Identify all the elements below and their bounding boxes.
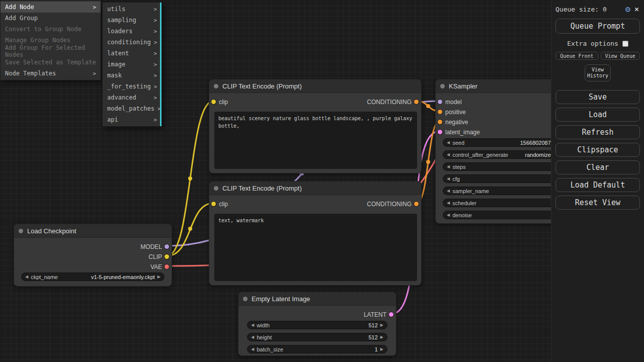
widget-value: v1-5-pruned-emaonly.ckpt <box>91 274 155 280</box>
input-port-model[interactable] <box>438 100 442 104</box>
submenu-item-sampling[interactable]: sampling > <box>103 15 162 26</box>
input-port-positive[interactable] <box>438 110 442 114</box>
increment-arrow-icon[interactable]: ▶ <box>157 275 160 279</box>
submenu-item-mask[interactable]: mask > <box>103 70 162 81</box>
submenu-arrow-icon: > <box>153 95 157 101</box>
submenu-item-conditioning[interactable]: conditioning > <box>103 37 162 48</box>
decrement-arrow-icon[interactable]: ◀ <box>25 275 28 279</box>
menu-item-label: Save Selected as Template <box>5 59 96 66</box>
node-collapse-dot[interactable] <box>19 229 23 233</box>
node-ksampler[interactable]: KSampler model positive negative latent_… <box>435 79 568 224</box>
output-port-model[interactable] <box>165 244 169 249</box>
increment-arrow-icon[interactable]: ▶ <box>380 347 383 351</box>
widget-batch-size[interactable]: ◀ batch_size 1 ▶ <box>247 345 387 353</box>
input-label: positive <box>445 109 466 116</box>
decrement-arrow-icon[interactable]: ◀ <box>447 189 450 193</box>
widget-denoise[interactable]: ◀ denoise ▶ <box>443 211 560 219</box>
refresh-button[interactable]: Refresh <box>555 125 640 139</box>
widget-height[interactable]: ◀ height 512 ▶ <box>247 333 387 341</box>
close-panel-icon[interactable]: ✕ <box>634 6 639 13</box>
node-title-bar[interactable]: CLIP Text Encode (Prompt) <box>209 182 421 195</box>
increment-arrow-icon[interactable]: ▶ <box>380 335 383 339</box>
node-title: CLIP Text Encode (Prompt) <box>222 185 302 192</box>
comfy-menu-panel: Queue size: 0 ⚙ ✕ Queue Prompt Extra opt… <box>551 0 644 362</box>
widget-ckpt-name[interactable]: ◀ ckpt_name v1-5-pruned-emaonly.ckpt ▶ <box>21 273 165 281</box>
save-button[interactable]: Save <box>555 90 640 104</box>
load-default-button[interactable]: Load Default <box>555 178 640 192</box>
decrement-arrow-icon[interactable]: ◀ <box>447 177 450 181</box>
view-queue-button[interactable]: View Queue <box>601 52 640 60</box>
submenu-item-api[interactable]: api > <box>103 114 162 125</box>
decrement-arrow-icon[interactable]: ◀ <box>447 213 450 217</box>
node-collapse-dot[interactable] <box>440 84 445 88</box>
decrement-arrow-icon[interactable]: ◀ <box>251 323 254 327</box>
submenu-item-image[interactable]: image > <box>103 59 162 70</box>
node-clip-text-encode-positive[interactable]: CLIP Text Encode (Prompt) clip CONDITION… <box>209 79 422 173</box>
decrement-arrow-icon[interactable]: ◀ <box>447 153 450 157</box>
link-midpoint-dot <box>188 227 192 231</box>
clear-button[interactable]: Clear <box>555 160 640 174</box>
output-port-conditioning[interactable] <box>414 202 419 206</box>
widget-sampler-name[interactable]: ◀ sampler_name ▶ <box>443 187 560 195</box>
menu-item-label: mask <box>107 72 122 79</box>
menu-item-label: Add Group <box>5 15 38 22</box>
graph-canvas[interactable]: CLIP Text Encode (Prompt) clip CONDITION… <box>0 0 644 362</box>
prompt-textarea[interactable]: text, watermark <box>214 214 417 281</box>
node-collapse-dot[interactable] <box>214 84 218 88</box>
widget-scheduler[interactable]: ◀ scheduler ▶ <box>443 199 560 207</box>
output-port-latent[interactable] <box>389 312 393 317</box>
app-window: CLIP Text Encode (Prompt) clip CONDITION… <box>0 0 644 362</box>
link-midpoint-dot <box>188 176 192 180</box>
menu-item-add-group[interactable]: Add Group <box>1 13 101 24</box>
increment-arrow-icon[interactable]: ▶ <box>380 323 383 327</box>
input-port-clip[interactable] <box>211 100 216 104</box>
input-port-clip[interactable] <box>211 202 216 206</box>
widget-control-after-generate[interactable]: ◀ control_after_generate randomize ▶ <box>443 150 560 159</box>
widget-value: 512 <box>368 334 377 340</box>
extra-options-checkbox[interactable] <box>622 41 628 47</box>
widget-width[interactable]: ◀ width 512 ▶ <box>247 321 387 329</box>
decrement-arrow-icon[interactable]: ◀ <box>447 141 450 145</box>
reset-view-button[interactable]: Reset View <box>555 196 640 210</box>
node-title-bar[interactable]: Empty Latent Image <box>238 292 396 306</box>
widget-cfg[interactable]: ◀ cfg ▶ <box>443 174 560 183</box>
queue-prompt-button[interactable]: Queue Prompt <box>555 19 640 34</box>
decrement-arrow-icon[interactable]: ◀ <box>447 201 450 205</box>
submenu-item-latent[interactable]: latent > <box>103 48 162 59</box>
node-clip-text-encode-negative[interactable]: CLIP Text Encode (Prompt) clip CONDITION… <box>209 181 422 286</box>
decrement-arrow-icon[interactable]: ◀ <box>251 347 254 351</box>
output-port-conditioning[interactable] <box>414 100 419 104</box>
widget-seed[interactable]: ◀ seed 1566802087 ▶ <box>443 138 560 147</box>
menu-item-node-templates[interactable]: Node Templates > <box>1 68 101 79</box>
submenu-item-loaders[interactable]: loaders > <box>103 26 162 37</box>
context-menu: Add Node > Add Group Convert to Group No… <box>0 0 101 80</box>
node-collapse-dot[interactable] <box>214 186 218 191</box>
node-empty-latent-image[interactable]: Empty Latent Image LATENT ◀ width 512 ▶ … <box>238 292 396 356</box>
output-port-vae[interactable] <box>165 264 169 269</box>
load-button[interactable]: Load <box>555 108 640 122</box>
submenu-scrollbar[interactable] <box>160 3 162 126</box>
input-port-latent-image[interactable] <box>438 130 442 134</box>
widget-value: randomize <box>525 152 550 158</box>
node-collapse-dot[interactable] <box>243 297 248 301</box>
node-title-bar[interactable]: KSampler <box>436 79 568 93</box>
output-port-clip[interactable] <box>165 254 169 259</box>
submenu-item-advanced[interactable]: advanced > <box>103 92 162 103</box>
submenu-arrow-icon: > <box>153 17 157 24</box>
prompt-textarea[interactable]: beautiful scenery nature glass bottle la… <box>214 112 417 169</box>
widget-steps[interactable]: ◀ steps ▶ <box>443 162 560 171</box>
view-history-button[interactable]: View History <box>585 64 611 81</box>
submenu-item-model-patches[interactable]: model_patches > <box>103 103 162 114</box>
input-port-negative[interactable] <box>438 120 442 124</box>
clipspace-button[interactable]: Clipspace <box>555 143 640 157</box>
decrement-arrow-icon[interactable]: ◀ <box>251 335 254 339</box>
node-title-bar[interactable]: CLIP Text Encode (Prompt) <box>209 79 421 93</box>
decrement-arrow-icon[interactable]: ◀ <box>447 165 450 169</box>
menu-item-add-node[interactable]: Add Node > <box>1 2 101 13</box>
node-load-checkpoint[interactable]: Load Checkpoint MODEL CLIP VAE ◀ ckpt_na… <box>14 224 172 287</box>
node-title-bar[interactable]: Load Checkpoint <box>14 224 172 238</box>
queue-front-button[interactable]: Queue Front <box>555 52 598 60</box>
settings-gear-icon[interactable]: ⚙ <box>625 5 630 14</box>
submenu-item-for-testing[interactable]: _for_testing > <box>103 81 162 92</box>
submenu-item-utils[interactable]: utils > <box>103 4 162 15</box>
